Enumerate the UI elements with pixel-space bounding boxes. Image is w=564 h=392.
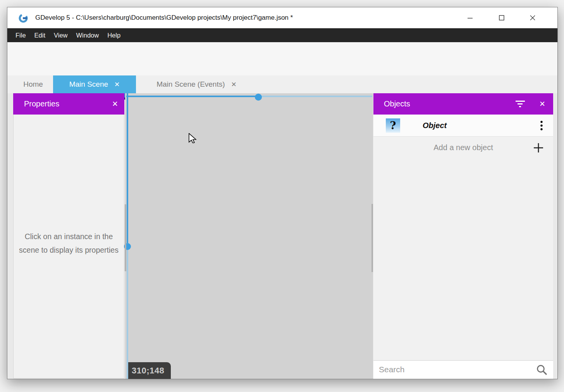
canvas-scrollbar-thumb[interactable] bbox=[371, 204, 373, 272]
filter-icon[interactable] bbox=[515, 100, 525, 108]
screenshot-root: { "window": { "title": "GDevelop 5 - C:\… bbox=[0, 0, 564, 392]
tab-home[interactable]: Home bbox=[13, 75, 53, 93]
objects-close-icon[interactable]: ✕ bbox=[539, 93, 545, 115]
properties-panel-header: Properties ✕ bbox=[13, 93, 124, 115]
toolbar: PREVIEW PUBLISH bbox=[7, 42, 557, 75]
vertical-scrollbar-track-top bbox=[127, 93, 128, 243]
menu-help[interactable]: Help bbox=[103, 28, 125, 42]
search-icon bbox=[536, 364, 548, 376]
window-close-button[interactable] bbox=[519, 7, 547, 28]
tab-label: Home bbox=[23, 80, 43, 89]
tab-main-scene[interactable]: Main Scene ✕ bbox=[53, 75, 136, 93]
properties-empty-message: Click on an instance in the scene to dis… bbox=[14, 230, 124, 257]
add-new-object-button[interactable]: Add a new object bbox=[373, 137, 553, 159]
window-minimize-button[interactable] bbox=[456, 7, 484, 28]
mouse-cursor bbox=[188, 133, 198, 143]
horizontal-scrollbar-track-left bbox=[126, 96, 255, 97]
tab-label: Main Scene (Events) bbox=[156, 80, 225, 89]
tab-main-scene-events[interactable]: Main Scene (Events) ✕ bbox=[136, 75, 257, 93]
tab-close-icon[interactable]: ✕ bbox=[114, 81, 120, 88]
title-bar: GDevelop 5 - C:\Users\charburg\Documents… bbox=[7, 7, 557, 28]
menu-window[interactable]: Window bbox=[72, 28, 103, 42]
window-maximize-button[interactable] bbox=[488, 7, 516, 28]
gdevelop-window: GDevelop 5 - C:\Users\charburg\Documents… bbox=[7, 7, 558, 379]
tab-label: Main Scene bbox=[69, 80, 108, 89]
objects-panel-header: Objects ✕ bbox=[373, 93, 553, 115]
menu-view[interactable]: View bbox=[50, 28, 72, 42]
horizontal-scrollbar-track-right bbox=[261, 96, 372, 97]
properties-close-icon[interactable]: ✕ bbox=[112, 93, 118, 115]
objects-panel-title: Objects bbox=[384, 99, 410, 108]
cursor-coordinates-badge: 310;148 bbox=[128, 362, 171, 379]
vertical-scrollbar-track-bottom bbox=[127, 250, 128, 379]
tab-close-icon[interactable]: ✕ bbox=[231, 81, 237, 88]
menu-bar: File Edit View Window Help bbox=[7, 28, 557, 42]
close-icon bbox=[530, 15, 535, 21]
objects-search-input[interactable] bbox=[373, 361, 530, 378]
object-list-item[interactable]: ? Object bbox=[373, 115, 553, 137]
object-thumbnail-question-icon: ? bbox=[386, 118, 400, 133]
panel-scrollbar-thumb[interactable] bbox=[125, 204, 126, 271]
scene-canvas[interactable] bbox=[125, 93, 373, 379]
editor-tab-bar: Home Main Scene ✕ Main Scene (Events) ✕ bbox=[7, 75, 557, 93]
objects-panel-body bbox=[373, 159, 553, 360]
menu-edit[interactable]: Edit bbox=[30, 28, 50, 42]
properties-panel-body: Click on an instance in the scene to dis… bbox=[13, 115, 124, 378]
plus-icon bbox=[533, 142, 544, 153]
object-menu-kebab-icon[interactable] bbox=[540, 120, 543, 131]
window-title: GDevelop 5 - C:\Users\charburg\Documents… bbox=[35, 7, 293, 28]
menu-file[interactable]: File bbox=[11, 28, 30, 42]
minimize-icon bbox=[468, 15, 473, 21]
add-new-object-label: Add a new object bbox=[373, 137, 553, 159]
horizontal-scrollbar-handle[interactable] bbox=[255, 94, 262, 101]
properties-panel-title: Properties bbox=[24, 99, 59, 108]
gdevelop-logo-icon bbox=[17, 12, 29, 24]
objects-search-bar bbox=[373, 360, 553, 379]
object-name: Object bbox=[423, 115, 447, 137]
maximize-icon bbox=[499, 15, 504, 21]
